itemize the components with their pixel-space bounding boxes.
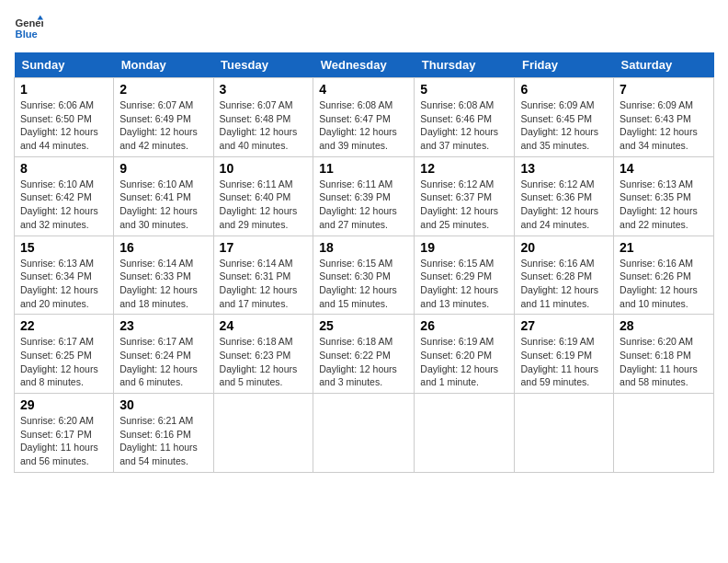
calendar-cell: 17Sunrise: 6:14 AM Sunset: 6:31 PM Dayli… — [213, 236, 313, 315]
day-info: Sunrise: 6:09 AM Sunset: 6:43 PM Dayligh… — [620, 98, 708, 153]
day-number: 26 — [420, 318, 508, 333]
calendar-cell: 19Sunrise: 6:15 AM Sunset: 6:29 PM Dayli… — [415, 236, 515, 315]
calendar-cell: 1Sunrise: 6:06 AM Sunset: 6:50 PM Daylig… — [15, 78, 114, 157]
calendar-cell: 22Sunrise: 6:17 AM Sunset: 6:25 PM Dayli… — [15, 315, 114, 394]
day-info: Sunrise: 6:20 AM Sunset: 6:17 PM Dayligh… — [20, 414, 108, 468]
column-header-saturday: Saturday — [614, 52, 714, 78]
calendar-cell: 8Sunrise: 6:10 AM Sunset: 6:42 PM Daylig… — [15, 156, 114, 236]
svg-text:Blue: Blue — [16, 29, 38, 40]
day-info: Sunrise: 6:06 AM Sunset: 6:50 PM Dayligh… — [20, 98, 108, 153]
calendar-cell: 21Sunrise: 6:16 AM Sunset: 6:26 PM Dayli… — [614, 236, 714, 315]
calendar-cell: 27Sunrise: 6:19 AM Sunset: 6:19 PM Dayli… — [515, 315, 614, 394]
calendar-cell: 13Sunrise: 6:12 AM Sunset: 6:36 PM Dayli… — [515, 156, 614, 236]
calendar-week-1: 1Sunrise: 6:06 AM Sunset: 6:50 PM Daylig… — [15, 78, 714, 157]
day-number: 8 — [20, 161, 108, 176]
day-number: 1 — [20, 82, 108, 97]
day-info: Sunrise: 6:19 AM Sunset: 6:20 PM Dayligh… — [420, 335, 508, 389]
calendar-cell: 16Sunrise: 6:14 AM Sunset: 6:33 PM Dayli… — [114, 236, 213, 315]
calendar-week-2: 8Sunrise: 6:10 AM Sunset: 6:42 PM Daylig… — [15, 156, 714, 236]
column-header-friday: Friday — [515, 52, 614, 78]
calendar-cell: 29Sunrise: 6:20 AM Sunset: 6:17 PM Dayli… — [15, 394, 114, 473]
calendar-cell: 26Sunrise: 6:19 AM Sunset: 6:20 PM Dayli… — [415, 315, 515, 394]
column-header-tuesday: Tuesday — [213, 52, 313, 78]
day-info: Sunrise: 6:18 AM Sunset: 6:23 PM Dayligh… — [220, 335, 308, 389]
calendar-cell: 4Sunrise: 6:08 AM Sunset: 6:47 PM Daylig… — [313, 78, 415, 157]
calendar-cell — [515, 394, 614, 473]
calendar-cell: 15Sunrise: 6:13 AM Sunset: 6:34 PM Dayli… — [15, 236, 114, 315]
calendar-cell — [213, 394, 313, 473]
calendar-cell: 25Sunrise: 6:18 AM Sunset: 6:22 PM Dayli… — [313, 315, 415, 394]
calendar-body: 1Sunrise: 6:06 AM Sunset: 6:50 PM Daylig… — [15, 78, 714, 473]
day-info: Sunrise: 6:11 AM Sunset: 6:39 PM Dayligh… — [319, 178, 408, 232]
calendar-cell: 10Sunrise: 6:11 AM Sunset: 6:40 PM Dayli… — [213, 156, 313, 236]
day-info: Sunrise: 6:17 AM Sunset: 6:24 PM Dayligh… — [119, 335, 207, 389]
day-info: Sunrise: 6:09 AM Sunset: 6:45 PM Dayligh… — [520, 98, 608, 153]
day-info: Sunrise: 6:10 AM Sunset: 6:41 PM Dayligh… — [119, 178, 207, 232]
day-number: 28 — [620, 318, 708, 333]
calendar-cell: 20Sunrise: 6:16 AM Sunset: 6:28 PM Dayli… — [515, 236, 614, 315]
day-number: 4 — [319, 82, 408, 97]
calendar-cell: 7Sunrise: 6:09 AM Sunset: 6:43 PM Daylig… — [614, 78, 714, 157]
day-number: 6 — [520, 82, 608, 97]
column-header-sunday: Sunday — [15, 52, 114, 78]
day-number: 12 — [420, 161, 508, 176]
day-info: Sunrise: 6:16 AM Sunset: 6:26 PM Dayligh… — [620, 257, 708, 311]
calendar-table: SundayMondayTuesdayWednesdayThursdayFrid… — [14, 52, 714, 473]
day-number: 29 — [20, 397, 108, 412]
header: General Blue — [14, 14, 714, 43]
calendar-header-row: SundayMondayTuesdayWednesdayThursdayFrid… — [15, 52, 714, 78]
calendar-cell: 9Sunrise: 6:10 AM Sunset: 6:41 PM Daylig… — [114, 156, 213, 236]
day-number: 9 — [119, 161, 207, 176]
calendar-cell — [313, 394, 415, 473]
calendar-week-4: 22Sunrise: 6:17 AM Sunset: 6:25 PM Dayli… — [15, 315, 714, 394]
day-info: Sunrise: 6:15 AM Sunset: 6:30 PM Dayligh… — [319, 257, 408, 311]
day-number: 22 — [20, 318, 108, 333]
day-number: 10 — [220, 161, 308, 176]
logo: General Blue — [14, 14, 43, 43]
day-info: Sunrise: 6:10 AM Sunset: 6:42 PM Dayligh… — [20, 178, 108, 232]
calendar-cell: 28Sunrise: 6:20 AM Sunset: 6:18 PM Dayli… — [614, 315, 714, 394]
day-info: Sunrise: 6:14 AM Sunset: 6:31 PM Dayligh… — [220, 257, 308, 311]
day-info: Sunrise: 6:11 AM Sunset: 6:40 PM Dayligh… — [220, 178, 308, 232]
day-number: 19 — [420, 240, 508, 255]
day-number: 20 — [520, 240, 608, 255]
day-info: Sunrise: 6:07 AM Sunset: 6:48 PM Dayligh… — [220, 98, 308, 153]
day-number: 5 — [420, 82, 508, 97]
day-number: 3 — [220, 82, 308, 97]
day-info: Sunrise: 6:08 AM Sunset: 6:47 PM Dayligh… — [319, 98, 408, 153]
calendar-cell: 3Sunrise: 6:07 AM Sunset: 6:48 PM Daylig… — [213, 78, 313, 157]
day-number: 16 — [119, 240, 207, 255]
calendar-cell: 24Sunrise: 6:18 AM Sunset: 6:23 PM Dayli… — [213, 315, 313, 394]
day-number: 13 — [520, 161, 608, 176]
day-info: Sunrise: 6:18 AM Sunset: 6:22 PM Dayligh… — [319, 335, 408, 389]
day-number: 11 — [319, 161, 408, 176]
calendar-cell: 23Sunrise: 6:17 AM Sunset: 6:24 PM Dayli… — [114, 315, 213, 394]
day-info: Sunrise: 6:20 AM Sunset: 6:18 PM Dayligh… — [620, 335, 708, 389]
day-number: 24 — [220, 318, 308, 333]
calendar-cell: 6Sunrise: 6:09 AM Sunset: 6:45 PM Daylig… — [515, 78, 614, 157]
day-info: Sunrise: 6:13 AM Sunset: 6:34 PM Dayligh… — [20, 257, 108, 311]
day-number: 14 — [620, 161, 708, 176]
calendar-cell: 18Sunrise: 6:15 AM Sunset: 6:30 PM Dayli… — [313, 236, 415, 315]
calendar-cell: 30Sunrise: 6:21 AM Sunset: 6:16 PM Dayli… — [114, 394, 213, 473]
day-number: 2 — [119, 82, 207, 97]
column-header-monday: Monday — [114, 52, 213, 78]
day-info: Sunrise: 6:12 AM Sunset: 6:37 PM Dayligh… — [420, 178, 508, 232]
day-number: 21 — [620, 240, 708, 255]
day-info: Sunrise: 6:07 AM Sunset: 6:49 PM Dayligh… — [119, 98, 207, 153]
day-info: Sunrise: 6:21 AM Sunset: 6:16 PM Dayligh… — [119, 414, 207, 468]
logo-icon: General Blue — [14, 14, 43, 43]
calendar-cell: 11Sunrise: 6:11 AM Sunset: 6:39 PM Dayli… — [313, 156, 415, 236]
column-header-thursday: Thursday — [415, 52, 515, 78]
calendar-cell: 5Sunrise: 6:08 AM Sunset: 6:46 PM Daylig… — [415, 78, 515, 157]
day-info: Sunrise: 6:15 AM Sunset: 6:29 PM Dayligh… — [420, 257, 508, 311]
calendar-cell: 2Sunrise: 6:07 AM Sunset: 6:49 PM Daylig… — [114, 78, 213, 157]
column-header-wednesday: Wednesday — [313, 52, 415, 78]
day-number: 7 — [620, 82, 708, 97]
day-info: Sunrise: 6:19 AM Sunset: 6:19 PM Dayligh… — [520, 335, 608, 389]
day-info: Sunrise: 6:12 AM Sunset: 6:36 PM Dayligh… — [520, 178, 608, 232]
day-number: 30 — [119, 397, 207, 412]
day-info: Sunrise: 6:14 AM Sunset: 6:33 PM Dayligh… — [119, 257, 207, 311]
calendar-week-5: 29Sunrise: 6:20 AM Sunset: 6:17 PM Dayli… — [15, 394, 714, 473]
day-info: Sunrise: 6:17 AM Sunset: 6:25 PM Dayligh… — [20, 335, 108, 389]
